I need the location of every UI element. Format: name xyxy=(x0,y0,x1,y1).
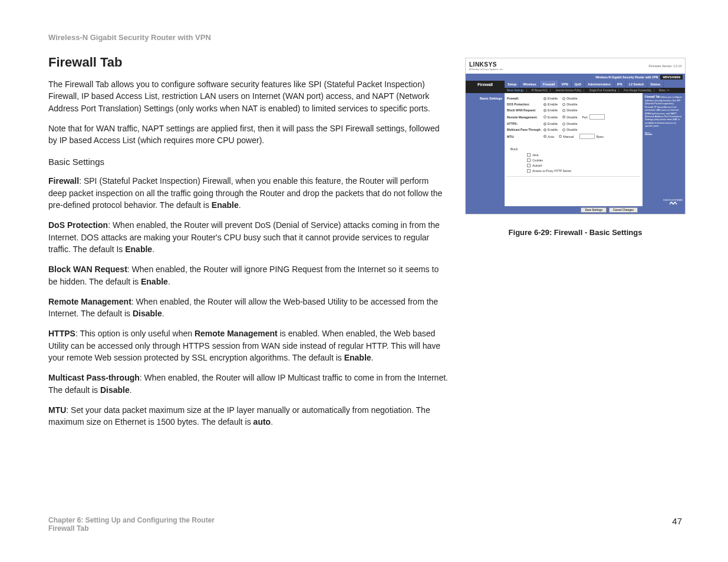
ss-product-name: Wireless-N Gigabit Security Router with … xyxy=(595,75,658,79)
ss-mtu-auto[interactable]: Auto xyxy=(543,135,554,138)
ss-mtu-bytes: Bytes xyxy=(596,135,604,138)
ss-subtab-single-port[interactable]: Single Port Forwarding xyxy=(587,89,619,92)
ss-cb-cookies[interactable]: Cookies xyxy=(527,158,640,162)
ss-tab-vpn[interactable]: VPN xyxy=(558,81,571,88)
ss-save-button[interactable]: Save Settings xyxy=(581,207,607,213)
setting-dos: DoS Protection: When enabled, the Router… xyxy=(48,219,449,255)
ss-https-enable[interactable]: Enable xyxy=(543,122,558,125)
ss-cb-proxy[interactable]: Access to Proxy HTTP Server xyxy=(527,169,640,173)
intro-paragraph-2: Note that for WAN traffic, NAPT settings… xyxy=(48,123,449,147)
ss-row-firewall-label: Firewall: xyxy=(507,97,543,100)
ss-row-dos-label: DOS Protection: xyxy=(507,103,543,106)
page-title: Firewall Tab xyxy=(48,55,449,70)
page-number: 47 xyxy=(672,516,682,533)
ss-multicast-enable[interactable]: Enable xyxy=(543,128,558,131)
ss-cb-java[interactable]: Java xyxy=(527,153,640,157)
ss-sidebar-section: Basic Settings xyxy=(466,93,505,206)
setting-https: HTTPS: This option is only useful when R… xyxy=(48,328,449,363)
ss-row-remote-label: Remote Management: xyxy=(507,115,543,119)
sub-heading-basic-settings: Basic Settings xyxy=(48,157,449,167)
ss-row-block-label: Block WAN Request: xyxy=(507,108,543,112)
footer-section: Firewall Tab xyxy=(48,524,215,533)
ss-subtab-basic[interactable]: Basic Settings xyxy=(505,89,527,92)
ss-dos-disable[interactable]: Disable xyxy=(562,103,577,106)
ss-help-title: Firewall Tab xyxy=(645,95,660,98)
ss-tab-administration[interactable]: Administration xyxy=(585,81,614,88)
footer-chapter: Chapter 6: Setting Up and Configuring th… xyxy=(48,516,215,524)
ss-main-tab-label: Firewall xyxy=(466,81,505,88)
ss-tab-qos[interactable]: QoS xyxy=(572,81,585,88)
setting-multicast: Multicast Pass-through: When enabled, th… xyxy=(48,372,449,396)
ss-subtab-acl[interactable]: IP Based ACL xyxy=(529,89,551,92)
ss-help-text: allows you configure software security f… xyxy=(645,95,682,127)
ss-row-multicast-label: Multicast Pass-Through: xyxy=(507,128,543,131)
ss-firewall-disable[interactable]: Disable xyxy=(562,97,577,100)
ss-mtu-manual[interactable]: Manual xyxy=(559,135,574,138)
setting-firewall: Firewall: SPI (Stateful Packet Inspectio… xyxy=(48,175,449,211)
figure-screenshot: LINKSYS A Division of Cisco Systems, Inc… xyxy=(466,58,685,214)
cisco-logo: CISCO SYSTEMS▞▚▞▚ xyxy=(663,199,683,204)
ss-subtab-more[interactable]: More..>> xyxy=(657,89,672,92)
ss-firmware: Firmware Version: 1.0.14 xyxy=(648,64,681,68)
ss-subtab-port-range[interactable]: Port Range Forwarding xyxy=(621,89,654,92)
ss-firewall-enable[interactable]: Enable xyxy=(543,97,558,100)
ss-row-mtu-label: MTU: xyxy=(507,135,543,138)
setting-block-wan: Block WAN Request: When enabled, the Rou… xyxy=(48,263,449,287)
ss-block-enable[interactable]: Enable xyxy=(543,108,558,112)
ss-cb-activex[interactable]: ActiveX xyxy=(527,164,640,167)
ss-tab-firewall[interactable]: Firewall xyxy=(540,81,558,88)
ss-tab-status[interactable]: Status xyxy=(647,81,664,88)
ss-row-https-label: HTTPS: xyxy=(507,122,543,125)
ss-cancel-button[interactable]: Cancel Changes xyxy=(609,207,638,213)
ss-subtab-policy[interactable]: Internet Access Policy xyxy=(553,89,584,92)
product-header: Wireless-N Gigabit Security Router with … xyxy=(48,33,682,42)
ss-block-disable[interactable]: Disable xyxy=(562,108,577,112)
ss-tab-l2switch[interactable]: L2 Switch xyxy=(626,81,648,88)
ss-mtu-input[interactable] xyxy=(579,134,595,139)
ss-tab-ips[interactable]: IPS xyxy=(614,81,626,88)
ss-port-label: Port: xyxy=(582,115,588,119)
ss-tab-setup[interactable]: Setup xyxy=(505,81,520,88)
ss-logo: LINKSYS xyxy=(469,61,497,68)
ss-remote-disable[interactable]: Disable xyxy=(562,115,577,119)
ss-remote-enable[interactable]: Enable xyxy=(543,115,558,119)
setting-remote-management: Remote Management: When enabled, the Rou… xyxy=(48,296,449,320)
intro-paragraph-1: The Firewall Tab allows you to configure… xyxy=(48,78,449,114)
ss-dos-enable[interactable]: Enable xyxy=(543,103,558,106)
ss-tab-wireless[interactable]: Wireless xyxy=(520,81,540,88)
ss-https-disable[interactable]: Disable xyxy=(562,122,577,125)
figure-caption: Figure 6-29: Firewall - Basic Settings xyxy=(466,228,685,237)
ss-multicast-disable[interactable]: Disable xyxy=(562,128,577,131)
ss-block-section-label: Block xyxy=(510,147,640,151)
ss-model: WRVS4400N xyxy=(660,75,683,80)
ss-logo-subtitle: A Division of Cisco Systems, Inc. xyxy=(469,68,503,71)
ss-port-input[interactable] xyxy=(589,114,605,120)
setting-mtu: MTU: Set your data packet maximum size a… xyxy=(48,404,449,428)
ss-help-more[interactable]: More... xyxy=(645,131,683,134)
